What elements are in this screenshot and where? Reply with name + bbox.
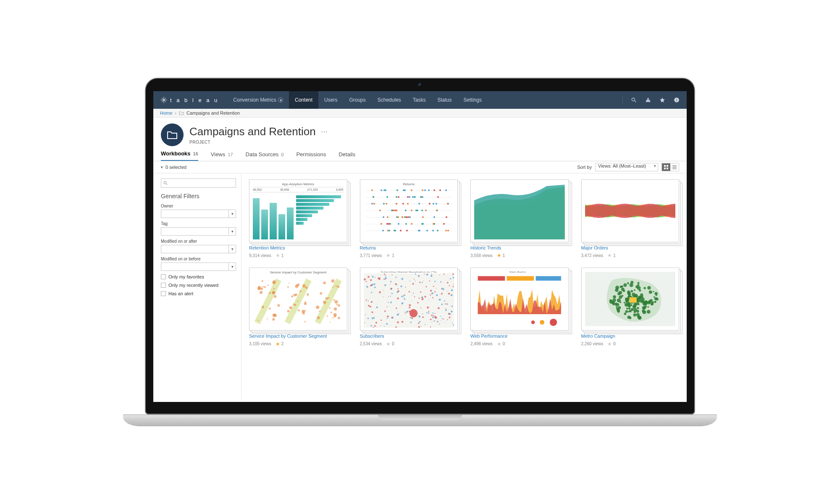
favorite-count: 1 — [503, 253, 505, 258]
svg-point-64 — [304, 302, 307, 305]
modified-before-filter[interactable]: ▾ — [161, 262, 236, 271]
site-picker[interactable]: Conversion Metrics ▾ — [233, 97, 283, 103]
workbook-thumbnail[interactable] — [581, 268, 680, 331]
sort-select[interactable]: Views: All (Most–Least) — [595, 163, 658, 171]
svg-point-446 — [629, 293, 631, 295]
nav-item-status[interactable]: Status — [432, 91, 458, 109]
checkbox-icon[interactable] — [161, 283, 166, 288]
star-icon[interactable]: ★ — [276, 341, 280, 347]
svg-point-24 — [257, 320, 259, 321]
grid-view-button[interactable] — [662, 163, 670, 171]
tab-permissions[interactable]: Permissions — [296, 151, 326, 161]
svg-rect-6 — [648, 99, 648, 101]
owner-input[interactable] — [161, 210, 228, 218]
workbook-name-link[interactable]: Service Impact by Customer Segment — [249, 333, 347, 339]
nav-item-tasks[interactable]: Tasks — [407, 91, 432, 109]
star-icon[interactable]: ★ — [607, 341, 612, 347]
svg-point-127 — [429, 280, 430, 281]
svg-point-59 — [295, 285, 298, 288]
svg-point-220 — [404, 294, 405, 296]
alert-icon[interactable] — [645, 97, 651, 103]
svg-point-217 — [426, 273, 428, 276]
only-recent-row[interactable]: Only my recently viewed — [161, 283, 236, 288]
favorite-count: 1 — [392, 253, 394, 258]
svg-rect-15 — [672, 165, 677, 166]
svg-point-227 — [449, 285, 450, 286]
star-icon[interactable]: ★ — [497, 341, 501, 347]
workbook-card: Subscriber Market Penetration by CitySub… — [360, 268, 458, 346]
only-favorites-row[interactable]: Only my favorites — [161, 274, 236, 279]
checkbox-icon[interactable] — [161, 291, 166, 296]
svg-point-424 — [633, 305, 635, 307]
modified-after-filter[interactable]: ▾ — [161, 245, 236, 253]
svg-point-319 — [409, 309, 417, 317]
tab-views[interactable]: Views17 — [211, 151, 233, 161]
workbook-name-link[interactable]: Major Orders — [581, 245, 680, 251]
search-icon[interactable] — [630, 97, 637, 103]
favorites-icon[interactable] — [659, 97, 666, 103]
tab-data-sources[interactable]: Data Sources0 — [246, 151, 284, 161]
brand-logo[interactable]: t a b l e a u — [160, 96, 219, 104]
nav-item-content[interactable]: Content — [289, 91, 318, 109]
modified-before-input[interactable] — [161, 262, 228, 271]
nav-item-settings[interactable]: Settings — [458, 91, 488, 109]
svg-point-69 — [302, 312, 305, 315]
workbook-name-link[interactable]: Retention Metrics — [249, 245, 347, 251]
filter-search[interactable] — [161, 178, 236, 188]
tag-input[interactable] — [161, 227, 228, 236]
svg-point-110 — [415, 281, 415, 281]
tag-filter[interactable]: ▾ — [161, 227, 236, 236]
chevron-down-icon[interactable]: ▾ — [228, 262, 236, 271]
info-icon[interactable] — [673, 97, 680, 103]
workbook-thumbnail[interactable]: Web Perfor… — [470, 268, 569, 331]
svg-point-203 — [384, 284, 386, 286]
workbook-thumbnail[interactable]: Returns — [360, 179, 458, 242]
workbook-thumbnail[interactable] — [581, 179, 680, 242]
svg-point-218 — [419, 282, 420, 283]
svg-point-106 — [445, 309, 446, 311]
list-view-button[interactable] — [670, 163, 679, 171]
nav-right — [622, 96, 680, 104]
star-icon[interactable]: ★ — [386, 252, 391, 258]
svg-point-263 — [431, 292, 433, 294]
modified-after-input[interactable] — [161, 245, 228, 253]
workbook-name-link[interactable]: Historic Trends — [470, 245, 569, 251]
more-actions-button[interactable]: ⋯ — [321, 128, 328, 136]
svg-point-116 — [434, 281, 436, 282]
nav-item-schedules[interactable]: Schedules — [372, 91, 407, 109]
chevron-down-icon[interactable]: ▾ — [228, 210, 236, 218]
nav-item-groups[interactable]: Groups — [343, 91, 371, 109]
workbook-name-link[interactable]: Subscribers — [360, 333, 458, 339]
workbook-views: 3,105 views — [249, 341, 271, 346]
star-icon[interactable]: ★ — [607, 252, 612, 258]
tab-details[interactable]: Details — [339, 151, 355, 161]
svg-rect-11 — [664, 165, 666, 167]
svg-point-449 — [655, 294, 657, 296]
star-icon[interactable]: ★ — [386, 341, 391, 347]
workbook-thumbnail[interactable]: Subscriber Market Penetration by City — [360, 268, 458, 331]
svg-point-228 — [446, 282, 448, 284]
workbook-thumbnail[interactable] — [470, 179, 569, 242]
has-alert-row[interactable]: Has an alert — [161, 291, 236, 296]
workbook-name-link[interactable]: Returns — [360, 245, 458, 251]
owner-filter[interactable]: ▾ — [161, 210, 236, 218]
svg-point-481 — [609, 299, 612, 302]
breadcrumb-home[interactable]: Home — [160, 110, 172, 116]
nav-item-users[interactable]: Users — [318, 91, 343, 109]
svg-point-154 — [408, 291, 410, 292]
selection-dropdown-icon[interactable]: ▾ — [161, 165, 163, 169]
star-icon[interactable]: ★ — [497, 252, 501, 258]
svg-point-476 — [628, 307, 630, 309]
chevron-down-icon[interactable]: ▾ — [228, 227, 236, 236]
workbook-meta: 3,558 views★1 — [470, 252, 569, 258]
workbook-name-link[interactable]: Metro Campaign — [581, 333, 680, 339]
chevron-down-icon[interactable]: ▾ — [228, 245, 236, 253]
svg-point-479 — [620, 286, 622, 288]
svg-point-304 — [441, 318, 442, 319]
tab-workbooks[interactable]: Workbooks16 — [161, 150, 198, 161]
star-icon[interactable]: ★ — [276, 252, 280, 258]
checkbox-icon[interactable] — [161, 274, 166, 279]
workbook-thumbnail[interactable]: App-Adoption Metrics98,50230,698271,3296… — [249, 179, 347, 242]
workbook-name-link[interactable]: Web Performance — [470, 333, 569, 339]
workbook-thumbnail[interactable]: Service Impact by Customer Segment — [249, 268, 347, 331]
